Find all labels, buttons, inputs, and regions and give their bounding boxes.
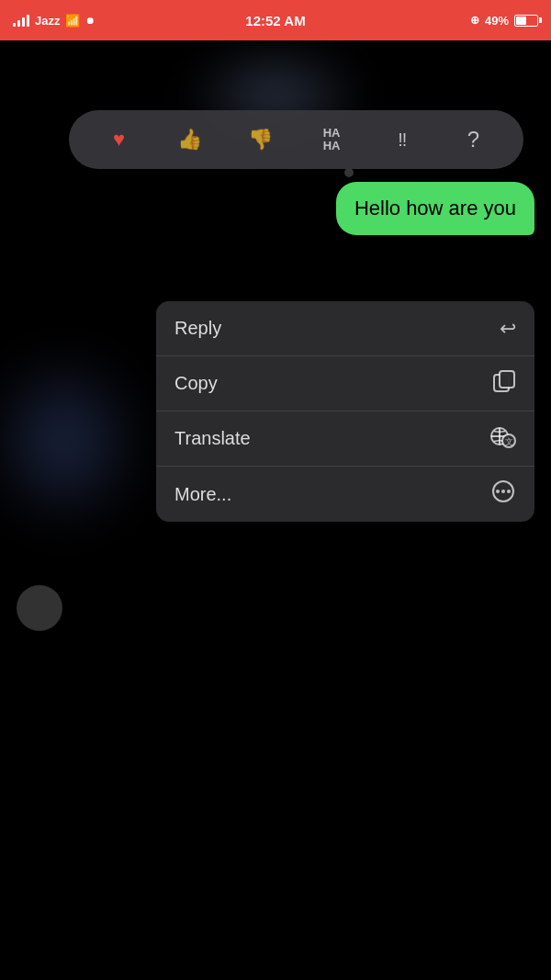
copy-menu-item[interactable]: Copy [156,356,534,411]
reaction-exclamation-button[interactable]: ‼ [382,119,422,160]
translate-menu-item[interactable]: Translate 文 [156,411,534,467]
more-icon [490,479,516,509]
reaction-thumbsup-button[interactable]: 👍 [170,119,210,160]
status-left: Jazz 📶 ⏺ [13,14,95,28]
status-bar: Jazz 📶 ⏺ 12:52 AM ⊕ 49% [0,0,551,40]
copy-icon [492,369,516,399]
location-icon: ⊕ [470,14,479,27]
context-menu: Reply ↩ Copy Translate 文 More [156,301,534,522]
translate-icon: 文 [490,424,516,454]
svg-point-10 [507,490,511,493]
signal-bars-icon [13,14,29,27]
carrier-label: Jazz [35,14,60,28]
more-label: More... [174,484,231,505]
message-bubble: Hello how are you [336,182,534,235]
svg-rect-1 [500,371,514,388]
svg-point-8 [496,490,500,493]
svg-text:文: 文 [505,437,513,446]
glow-left [0,349,147,533]
reaction-thumbsdown-button[interactable]: 👎 [241,119,281,160]
reaction-bar: ♥ 👍 👎 HAHA ‼ ? [69,110,523,169]
battery-percentage: 49% [485,14,509,28]
copy-label: Copy [174,373,218,394]
reaction-question-button[interactable]: ? [453,119,493,160]
reply-menu-item[interactable]: Reply ↩ [156,301,534,356]
reaction-tail [344,168,354,177]
status-right: ⊕ 49% [470,14,538,28]
reply-label: Reply [174,318,221,339]
reaction-heart-button[interactable]: ♥ [99,119,140,160]
wifi-icon: 📶 [65,14,80,28]
recording-icon: ⏺ [85,16,95,26]
reaction-haha-button[interactable]: HAHA [311,119,352,160]
reply-icon: ↩ [500,317,516,341]
accessibility-button[interactable] [17,585,62,631]
translate-label: Translate [174,428,251,449]
svg-point-9 [501,490,505,493]
more-menu-item[interactable]: More... [156,467,534,522]
battery-icon [514,15,538,27]
status-time: 12:52 AM [245,13,305,28]
message-text: Hello how are you [354,197,516,220]
